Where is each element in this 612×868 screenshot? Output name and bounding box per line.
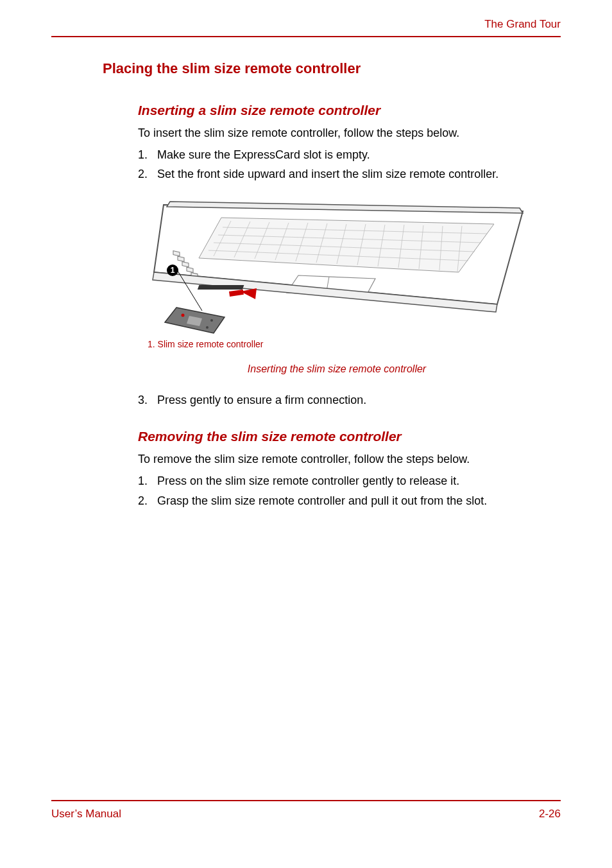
list-item: 1. Press on the slim size remote control… xyxy=(138,473,561,489)
step-number: 3. xyxy=(138,392,157,408)
step-text: Make sure the ExpressCard slot is empty. xyxy=(157,146,370,163)
list-item: 2. Set the front side upward and insert … xyxy=(138,166,561,182)
svg-point-33 xyxy=(206,326,208,329)
subsection-inserting-heading: Inserting a slim size remote controller xyxy=(138,103,561,118)
svg-point-32 xyxy=(210,319,213,322)
inserting-intro: To insert the slim size remote controlle… xyxy=(138,125,561,141)
step-number: 2. xyxy=(138,166,157,182)
removing-steps: 1. Press on the slim size remote control… xyxy=(138,473,561,508)
chapter-title: The Grand Tour xyxy=(51,18,561,36)
step-text: Grasp the slim size remote controller an… xyxy=(157,492,487,509)
removing-intro: To remove the slim size remote controlle… xyxy=(138,451,561,467)
list-item: 3. Press gently to ensure a firm connect… xyxy=(138,392,561,408)
figure-legend: 1. Slim size remote controller xyxy=(148,339,561,349)
step-number: 1. xyxy=(138,146,157,163)
inserting-step-3: 3. Press gently to ensure a firm connect… xyxy=(138,392,561,408)
list-item: 1. Make sure the ExpressCard slot is emp… xyxy=(138,146,561,163)
header-divider xyxy=(51,36,561,37)
step-number: 2. xyxy=(138,492,157,509)
footer-divider xyxy=(51,800,561,801)
figure-caption: Inserting the slim size remote controlle… xyxy=(138,363,536,375)
step-text: Set the front side upward and insert the… xyxy=(157,166,498,182)
svg-rect-28 xyxy=(198,285,244,290)
step-number: 1. xyxy=(138,473,157,489)
step-text: Press on the slim size remote controller… xyxy=(157,473,459,489)
footer-left: User’s Manual xyxy=(51,808,121,820)
figure-laptop-insert-remote: 1 xyxy=(138,189,536,336)
subsection-removing-heading: Removing the slim size remote controller xyxy=(138,429,561,444)
inserting-steps-1-2: 1. Make sure the ExpressCard slot is emp… xyxy=(138,146,561,182)
page-footer: User’s Manual 2-26 xyxy=(51,800,561,820)
svg-rect-35 xyxy=(229,290,244,297)
footer-page-number: 2-26 xyxy=(539,808,561,820)
step-text: Press gently to ensure a firm connection… xyxy=(157,392,366,408)
section-heading: Placing the slim size remote controller xyxy=(103,60,561,77)
list-item: 2. Grasp the slim size remote controller… xyxy=(138,492,561,509)
laptop-illustration xyxy=(138,189,536,336)
svg-point-31 xyxy=(182,314,185,317)
